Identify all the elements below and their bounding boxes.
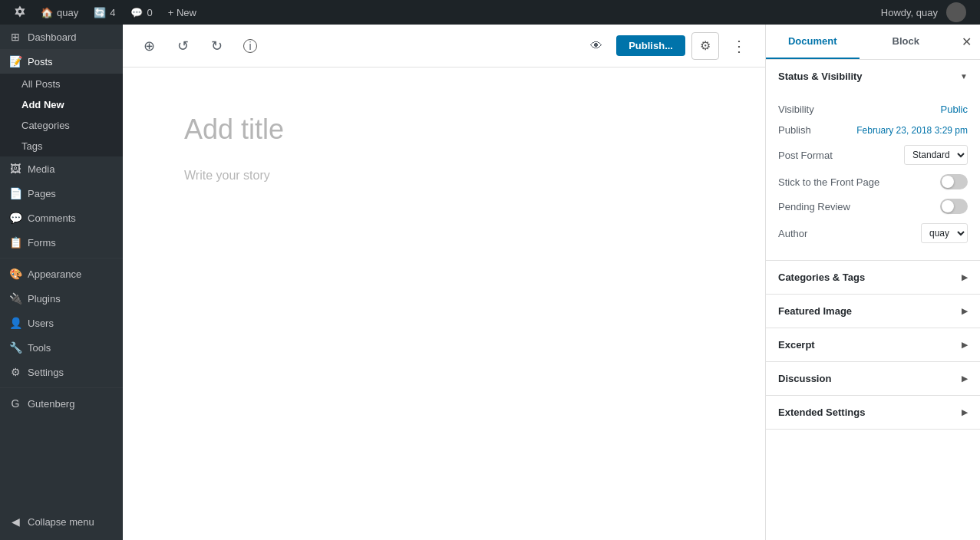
- tools-icon: 🔧: [9, 341, 21, 354]
- sidebar-item-tools[interactable]: 🔧 Tools: [0, 335, 123, 360]
- sidebar-item-media[interactable]: 🖼 Media: [0, 156, 123, 181]
- pending-review-row: Pending Review: [778, 194, 968, 219]
- post-title[interactable]: Add title: [184, 114, 704, 146]
- discussion-header[interactable]: Discussion ▶: [766, 362, 980, 395]
- sidebar-item-settings[interactable]: ⚙ Settings: [0, 360, 123, 384]
- sidebar-item-plugins[interactable]: 🔌 Plugins: [0, 286, 123, 311]
- pending-review-toggle[interactable]: [940, 199, 968, 214]
- featured-image-label: Featured Image: [778, 305, 852, 317]
- pending-review-knob: [942, 200, 954, 212]
- sidebar-item-pages[interactable]: 📄 Pages: [0, 181, 123, 206]
- posts-submenu: All Posts Add New Categories Tags: [0, 74, 123, 156]
- undo-icon: ↺: [177, 38, 189, 54]
- sidebar-label-posts: Posts: [28, 56, 53, 68]
- sidebar-label-pages: Pages: [28, 188, 56, 199]
- visibility-value[interactable]: Public: [941, 104, 968, 115]
- sidebar-item-comments[interactable]: 💬 Comments: [0, 206, 123, 230]
- sidebar-label-tools: Tools: [28, 342, 51, 354]
- excerpt-arrow: ▶: [962, 341, 968, 349]
- excerpt-label: Excerpt: [778, 339, 815, 351]
- home-icon: 🏠: [41, 7, 53, 18]
- add-block-icon: ⊕: [144, 38, 155, 54]
- new-label: + New: [168, 7, 196, 18]
- posts-icon: 📝: [9, 55, 21, 68]
- wp-logo-item[interactable]: ✡: [6, 0, 33, 25]
- categories-tags-section: Categories & Tags ▶: [766, 261, 980, 295]
- author-row: Author quay: [778, 219, 968, 248]
- sidebar-label-plugins: Plugins: [28, 293, 61, 305]
- featured-image-header[interactable]: Featured Image ▶: [766, 295, 980, 328]
- sidebar-item-add-new[interactable]: Add New: [0, 94, 123, 115]
- updates-icon: 🔄: [94, 7, 106, 18]
- sidebar-item-forms[interactable]: 📋 Forms: [0, 230, 123, 255]
- sidebar-item-posts[interactable]: 📝 Posts: [0, 49, 123, 74]
- author-label: Author: [778, 228, 807, 239]
- new-item[interactable]: + New: [160, 0, 204, 25]
- status-visibility-header[interactable]: Status & Visibility ▼: [766, 60, 980, 93]
- discussion-label: Discussion: [778, 373, 831, 384]
- right-panel: Document Block ✕ Status & Visibility ▼ V…: [765, 25, 980, 540]
- user-greeting[interactable]: Howdy, quay: [873, 0, 974, 25]
- sidebar-label-media: Media: [28, 163, 54, 175]
- more-options-button[interactable]: ⋮: [725, 32, 753, 60]
- editor-toolbar: ⊕ ↺ ↻ i 👁 Publish... ⚙ ⋮: [123, 25, 765, 68]
- author-select[interactable]: quay: [921, 223, 968, 243]
- pages-icon: 📄: [9, 187, 21, 199]
- categories-tags-label: Categories & Tags: [778, 272, 865, 283]
- sidebar-label-users: Users: [28, 318, 54, 329]
- sidebar: ⊞ Dashboard 📝 Posts All Posts Add New Ca…: [0, 25, 123, 540]
- updates-item[interactable]: 🔄 4: [86, 0, 123, 25]
- pending-review-track: [940, 199, 968, 214]
- all-posts-label: All Posts: [21, 78, 61, 90]
- updates-count: 4: [110, 7, 115, 18]
- editor-area: ⊕ ↺ ↻ i 👁 Publish... ⚙ ⋮: [123, 25, 765, 540]
- excerpt-header[interactable]: Excerpt ▶: [766, 328, 980, 361]
- extended-settings-header[interactable]: Extended Settings ▶: [766, 396, 980, 429]
- sidebar-item-collapse[interactable]: ◀ Collapse menu: [0, 509, 123, 534]
- status-visibility-section: Status & Visibility ▼ Visibility Public …: [766, 60, 980, 261]
- publish-value[interactable]: February 23, 2018 3:29 pm: [856, 125, 968, 136]
- add-block-button[interactable]: ⊕: [135, 32, 163, 60]
- undo-button[interactable]: ↺: [169, 32, 196, 60]
- publish-button[interactable]: Publish...: [616, 35, 685, 56]
- info-button[interactable]: i: [236, 32, 264, 60]
- sidebar-item-all-posts[interactable]: All Posts: [0, 74, 123, 94]
- excerpt-section: Excerpt ▶: [766, 328, 980, 362]
- redo-button[interactable]: ↻: [203, 32, 230, 60]
- categories-tags-header[interactable]: Categories & Tags ▶: [766, 261, 980, 294]
- discussion-arrow: ▶: [962, 374, 968, 383]
- comments-item[interactable]: 💬 0: [123, 0, 160, 25]
- sidebar-item-gutenberg[interactable]: G Gutenberg: [0, 391, 123, 416]
- stick-front-page-toggle[interactable]: [940, 174, 968, 189]
- sidebar-item-users[interactable]: 👤 Users: [0, 311, 123, 335]
- add-new-label: Add New: [21, 99, 64, 110]
- settings-button[interactable]: ⚙: [691, 32, 719, 60]
- dashboard-icon: ⊞: [9, 31, 21, 43]
- post-format-select[interactable]: Standard Aside Gallery Link Image Quote …: [904, 145, 968, 165]
- extended-settings-arrow: ▶: [962, 408, 968, 417]
- preview-button[interactable]: 👁: [582, 32, 610, 60]
- sidebar-item-dashboard[interactable]: ⊞ Dashboard: [0, 25, 123, 49]
- editor-content: Add title Write your story: [123, 68, 765, 540]
- gutenberg-icon: G: [9, 397, 21, 410]
- pending-review-label: Pending Review: [778, 201, 850, 212]
- tab-block[interactable]: Block: [860, 25, 953, 59]
- tab-document[interactable]: Document: [766, 25, 860, 59]
- sidebar-label-settings: Settings: [28, 367, 64, 378]
- sidebar-item-appearance[interactable]: 🎨 Appearance: [0, 262, 123, 286]
- featured-image-section: Featured Image ▶: [766, 295, 980, 328]
- panel-close-button[interactable]: ✕: [952, 25, 980, 59]
- status-visibility-label: Status & Visibility: [778, 71, 863, 82]
- sidebar-item-categories[interactable]: Categories: [0, 115, 123, 136]
- site-name-item[interactable]: 🏠 quay: [33, 0, 86, 25]
- more-icon: ⋮: [731, 37, 747, 55]
- stick-front-page-knob: [942, 176, 954, 188]
- post-body[interactable]: Write your story: [184, 169, 704, 183]
- sidebar-label-forms: Forms: [28, 237, 56, 249]
- settings-icon: ⚙: [9, 366, 21, 378]
- sidebar-item-tags[interactable]: Tags: [0, 136, 123, 156]
- user-avatar: [946, 2, 966, 22]
- tags-label: Tags: [21, 140, 42, 152]
- forms-icon: 📋: [9, 236, 21, 249]
- post-format-label: Post Format: [778, 150, 833, 161]
